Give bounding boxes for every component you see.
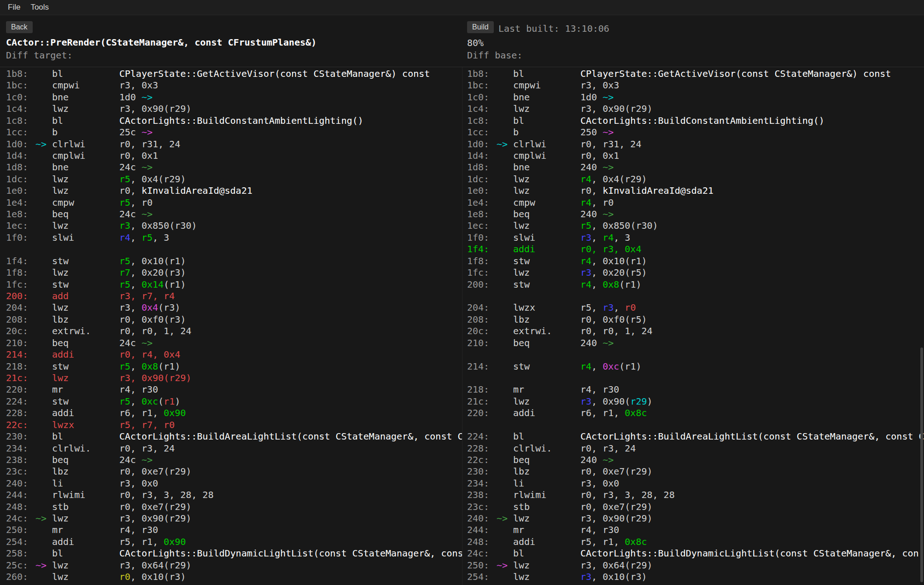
asm-row[interactable]: 210:beq240 ~> xyxy=(467,337,924,349)
asm-row[interactable]: 24c:~>lwzr3, 0x90(r29) xyxy=(6,513,462,524)
asm-row[interactable]: 1f0:slwir3, r4, 3 xyxy=(467,232,924,243)
asm-row[interactable]: 248:stbr0, 0xe7(r29) xyxy=(6,501,462,513)
asm-row[interactable]: 1d8:bne240 ~> xyxy=(467,162,924,173)
arrow-spacer xyxy=(497,454,513,466)
asm-row[interactable]: 1f0:slwir4, r5, 3 xyxy=(6,232,462,243)
asm-row[interactable]: 1cc:b250 ~> xyxy=(467,127,924,138)
asm-row[interactable]: 1d0:~>clrlwir0, r31, 24 xyxy=(6,139,462,150)
asm-row[interactable]: 240:~>lwzr3, 0x90(r29) xyxy=(467,513,924,524)
diff-target-pane[interactable]: 1b8:blCPlayerState::GetActiveVisor(const… xyxy=(6,68,462,585)
asm-row[interactable]: 1e4:cmpwr4, r0 xyxy=(467,197,924,209)
asm-row[interactable]: 234:lir3, 0x0 xyxy=(467,478,924,489)
asm-row[interactable]: 248:addir5, r1, 0x8c xyxy=(467,536,924,548)
asm-row[interactable]: 234:clrlwi.r0, r3, 24 xyxy=(6,443,462,454)
asm-row[interactable]: 1dc:lwzr4, 0x4(r29) xyxy=(467,174,924,185)
asm-row[interactable]: 21c:lwzr3, 0x90(r29) xyxy=(6,372,462,384)
asm-row[interactable]: 228:addir6, r1, 0x90 xyxy=(6,407,462,419)
asm-row[interactable]: 1cc:b25c ~> xyxy=(6,127,462,138)
asm-row[interactable]: 1f8:stwr4, 0x10(r1) xyxy=(467,255,924,267)
asm-row[interactable]: 238:beq24c ~> xyxy=(6,454,462,466)
asm-row[interactable]: 1fc:lwzr3, 0x20(r5) xyxy=(467,267,924,278)
asm-row[interactable]: 250:mrr4, r30 xyxy=(6,524,462,536)
asm-row[interactable]: 200:addr3, r7, r4 xyxy=(6,290,462,302)
asm-row[interactable]: 218:stwr5, 0x8(r1) xyxy=(6,361,462,372)
asm-mnemonic: bl xyxy=(52,68,119,80)
asm-row[interactable]: 1f8:lwzr7, 0x20(r3) xyxy=(6,267,462,278)
asm-operands: 250 ~> xyxy=(580,127,924,138)
asm-row[interactable]: 22c:lwzxr5, r7, r0 xyxy=(6,419,462,431)
asm-row[interactable]: 1c4:lwzr3, 0x90(r29) xyxy=(6,103,462,115)
asm-address: 1d4: xyxy=(467,150,497,162)
asm-row[interactable]: 1d8:bne24c ~> xyxy=(6,162,462,173)
diff-base-pane[interactable]: 1b8:blCPlayerState::GetActiveVisor(const… xyxy=(467,68,924,585)
asm-row[interactable]: 244:rlwimir0, r3, 3, 28, 28 xyxy=(6,489,462,501)
asm-row[interactable]: 204:lwzr3, 0x4(r3) xyxy=(6,302,462,313)
asm-row[interactable]: 260:lwzr0, 0x10(r3) xyxy=(6,571,462,583)
asm-row[interactable]: 1d4:cmplwir0, 0x1 xyxy=(6,150,462,162)
asm-row[interactable]: 210:beq24c ~> xyxy=(6,337,462,349)
asm-row[interactable]: 24c:blCActorLights::BuildDynamicLightLis… xyxy=(467,548,924,559)
asm-row[interactable]: 25c:~>lwzr3, 0x64(r29) xyxy=(6,560,462,571)
asm-row[interactable]: 1bc:cmpwir3, 0x3 xyxy=(467,80,924,91)
asm-row[interactable]: 23c:lbzr0, 0xe7(r29) xyxy=(6,466,462,477)
asm-row[interactable]: 1e0:lwzr0, kInvalidAreaId@sda21 xyxy=(467,185,924,197)
asm-row[interactable]: 224:stwr5, 0xc(r1) xyxy=(6,396,462,407)
asm-row[interactable]: 1e0:lwzr0, kInvalidAreaId@sda21 xyxy=(6,185,462,197)
asm-row[interactable]: 258:blCActorLights::BuildDynamicLightLis… xyxy=(6,548,462,559)
asm-row[interactable]: 1e8:beq240 ~> xyxy=(467,209,924,220)
asm-row[interactable]: 238:rlwimir0, r3, 3, 28, 28 xyxy=(467,489,924,501)
asm-row[interactable]: 1bc:cmpwir3, 0x3 xyxy=(6,80,462,91)
asm-row[interactable]: 1d0:~>clrlwir0, r31, 24 xyxy=(467,139,924,150)
asm-row[interactable]: 20c:extrwi.r0, r0, 1, 24 xyxy=(467,325,924,337)
asm-row[interactable]: 214:stwr4, 0xc(r1) xyxy=(467,361,924,372)
asm-row[interactable]: 230:lbzr0, 0xe7(r29) xyxy=(467,466,924,477)
asm-row[interactable]: 1f4:addir0, r3, 0x4 xyxy=(467,243,924,255)
asm-address: 228: xyxy=(6,407,35,419)
asm-row[interactable]: 22c:beq240 ~> xyxy=(467,454,924,466)
asm-row[interactable]: 200:stwr4, 0x8(r1) xyxy=(467,279,924,290)
asm-row[interactable]: 20c:extrwi.r0, r0, 1, 24 xyxy=(6,325,462,337)
asm-row[interactable]: 214:addir0, r4, 0x4 xyxy=(6,349,462,360)
menu-file[interactable]: File xyxy=(4,1,24,13)
asm-row[interactable]: 208:lbzr0, 0xf0(r3) xyxy=(6,314,462,325)
asm-row[interactable]: 1e8:beq24c ~> xyxy=(6,209,462,220)
arrow-spacer xyxy=(35,127,52,138)
asm-row[interactable]: 204:lwzxr5, r3, r0 xyxy=(467,302,924,313)
build-button[interactable]: Build xyxy=(467,21,494,33)
asm-row[interactable]: 230:blCActorLights::BuildAreaLightList(c… xyxy=(6,431,462,442)
asm-row[interactable]: 1c0:bne1d0 ~> xyxy=(6,92,462,103)
asm-row[interactable]: 244:mrr4, r30 xyxy=(467,524,924,536)
operand-token: CPlayerState::GetActiveVisor(const CStat… xyxy=(580,68,891,79)
asm-row[interactable]: 220:addir6, r1, 0x8c xyxy=(467,407,924,419)
asm-row[interactable]: 218:mrr4, r30 xyxy=(467,384,924,395)
asm-mnemonic: lwz xyxy=(513,560,580,571)
asm-row[interactable]: 1ec:lwzr5, 0x850(r30) xyxy=(467,220,924,232)
asm-row[interactable]: 21c:lwzr3, 0x90(r29) xyxy=(467,396,924,407)
asm-row[interactable]: 1b8:blCPlayerState::GetActiveVisor(const… xyxy=(6,68,462,80)
asm-row[interactable]: 254:addir5, r1, 0x90 xyxy=(6,536,462,548)
asm-row[interactable]: 1fc:stwr5, 0x14(r1) xyxy=(6,279,462,290)
back-button[interactable]: Back xyxy=(6,21,33,33)
vertical-scrollbar-thumb[interactable] xyxy=(920,348,923,582)
asm-row[interactable]: 1c4:lwzr3, 0x90(r29) xyxy=(467,103,924,115)
asm-row[interactable]: 1b8:blCPlayerState::GetActiveVisor(const… xyxy=(467,68,924,80)
asm-row[interactable]: 1dc:lwzr5, 0x4(r29) xyxy=(6,174,462,185)
asm-row[interactable]: 224:blCActorLights::BuildAreaLightList(c… xyxy=(467,431,924,442)
asm-address: 248: xyxy=(467,536,497,548)
asm-row[interactable]: 1d4:cmplwir0, 0x1 xyxy=(467,150,924,162)
asm-row[interactable]: 228:clrlwi.r0, r3, 24 xyxy=(467,443,924,454)
asm-row[interactable]: 1c8:blCActorLights::BuildConstantAmbient… xyxy=(6,115,462,127)
asm-row[interactable]: 1e4:cmpwr5, r0 xyxy=(6,197,462,209)
menu-tools[interactable]: Tools xyxy=(26,1,53,13)
asm-row[interactable]: 1ec:lwzr3, 0x850(r30) xyxy=(6,220,462,232)
asm-row[interactable]: 254:lwzr3, 0x10(r3) xyxy=(467,571,924,583)
asm-row[interactable]: 240:lir3, 0x0 xyxy=(6,478,462,489)
asm-row[interactable]: 1c8:blCActorLights::BuildConstantAmbient… xyxy=(467,115,924,127)
asm-row[interactable]: 220:mrr4, r30 xyxy=(6,384,462,395)
asm-row[interactable]: 208:lbzr0, 0xf0(r5) xyxy=(467,314,924,325)
asm-row[interactable]: 1f4:stwr5, 0x10(r1) xyxy=(6,255,462,267)
operand-token: 0x90 xyxy=(164,536,186,547)
asm-row[interactable]: 1c0:bne1d0 ~> xyxy=(467,92,924,103)
asm-row[interactable]: 23c:stbr0, 0xe7(r29) xyxy=(467,501,924,513)
asm-row[interactable]: 250:~>lwzr3, 0x64(r29) xyxy=(467,560,924,571)
